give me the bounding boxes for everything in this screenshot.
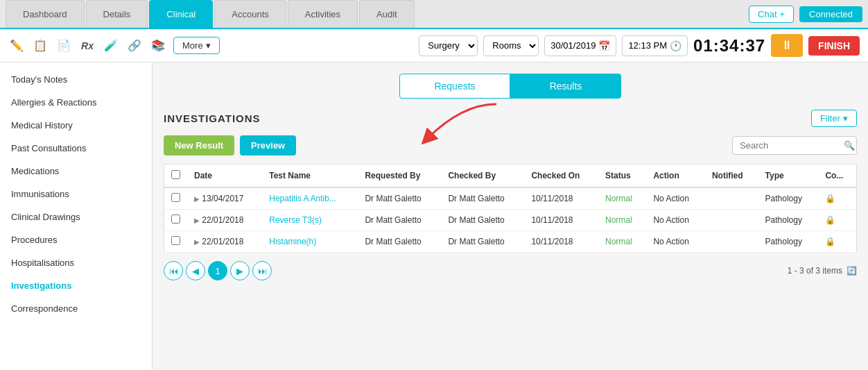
- connected-button[interactable]: Connected: [799, 6, 862, 22]
- col-co: Co...: [818, 165, 856, 188]
- tab-activities[interactable]: Activities: [288, 0, 358, 28]
- sidebar-item-hospitalisations[interactable]: Hospitalisations: [0, 251, 152, 274]
- sidebar-item-allergies[interactable]: Allergies & Reactions: [0, 91, 152, 114]
- sidebar-item-procedures[interactable]: Procedures: [0, 228, 152, 251]
- notes-icon[interactable]: ✏️: [8, 37, 25, 54]
- tab-details[interactable]: Details: [86, 0, 148, 28]
- row-date-0: 13/04/2017: [202, 194, 243, 203]
- row-checkbox-2[interactable]: [164, 231, 188, 253]
- status-normal-0: Normal: [605, 194, 632, 203]
- row-expand-2[interactable]: ▶ 22/01/2018: [187, 231, 262, 253]
- search-input[interactable]: [740, 140, 844, 151]
- items-info: 1 - 3 of 3 items: [788, 266, 842, 276]
- tab-dashboard[interactable]: Dashboard: [6, 0, 85, 28]
- preview-button[interactable]: Preview: [240, 135, 296, 155]
- chat-plus-icon: +: [780, 9, 785, 19]
- sidebar-item-correspondence[interactable]: Correspondence: [0, 297, 152, 320]
- col-action: Action: [646, 165, 705, 188]
- document-icon[interactable]: 📄: [55, 37, 72, 54]
- page-next-button[interactable]: ▶: [230, 261, 250, 280]
- action-bar: New Result Preview 🔍: [164, 135, 857, 155]
- rooms-select[interactable]: Rooms: [483, 35, 539, 56]
- test-name-link-2[interactable]: Histamine(h): [269, 237, 316, 246]
- expand-arrow-1[interactable]: ▶: [194, 217, 200, 224]
- search-icon: 🔍: [844, 140, 855, 151]
- flask-icon[interactable]: 🧪: [103, 37, 119, 54]
- sidebar-item-medications[interactable]: Medications: [0, 160, 152, 183]
- row-checked-by-0: Dr Matt Galetto: [441, 187, 524, 210]
- row-notified-0: [705, 187, 758, 210]
- test-name-link-1[interactable]: Reverse T3(s): [269, 215, 322, 225]
- top-tab-bar: Dashboard Details Clinical Accounts Acti…: [0, 0, 868, 29]
- page-1-button[interactable]: 1: [208, 261, 227, 280]
- main-layout: Today's Notes Allergies & Reactions Medi…: [0, 62, 868, 370]
- row-select-checkbox-0[interactable]: [171, 193, 180, 202]
- tab-accounts[interactable]: Accounts: [214, 0, 286, 28]
- test-name-link-0[interactable]: Hepatitis A Antib...: [269, 194, 336, 203]
- row-select-checkbox-2[interactable]: [171, 236, 180, 245]
- col-type: Type: [758, 165, 819, 188]
- lock-icon-2: 🔒: [825, 237, 835, 246]
- new-result-button[interactable]: New Result: [164, 135, 234, 155]
- col-test-name: Test Name: [262, 165, 358, 188]
- chat-button[interactable]: Chat +: [749, 6, 794, 23]
- sidebar-item-todays-notes[interactable]: Today's Notes: [0, 68, 152, 91]
- toolbar-right: Surgery General Rooms 30/01/2019 📅 12:13…: [419, 34, 860, 57]
- tab-requests[interactable]: Requests: [399, 74, 510, 99]
- page-prev-button[interactable]: ◀: [186, 261, 205, 280]
- tab-results[interactable]: Results: [510, 74, 621, 99]
- row-co-1: 🔒: [818, 210, 856, 231]
- table-row: ▶ 13/04/2017 Hepatitis A Antib... Dr Mat…: [164, 187, 857, 210]
- search-box[interactable]: 🔍: [732, 136, 857, 155]
- rx-icon[interactable]: Rx: [79, 37, 96, 54]
- sidebar-item-past-consultations[interactable]: Past Consultations: [0, 137, 152, 160]
- sidebar-item-investigations[interactable]: Investigations: [0, 274, 152, 297]
- row-test-name-1[interactable]: Reverse T3(s): [262, 210, 358, 231]
- surgery-select[interactable]: Surgery General: [419, 35, 478, 56]
- time-value: 12:13 PM: [628, 40, 667, 51]
- row-test-name-0[interactable]: Hepatitis A Antib...: [262, 187, 358, 210]
- chat-label: Chat: [758, 9, 776, 19]
- sidebar-item-clinical-drawings[interactable]: Clinical Drawings: [0, 205, 152, 228]
- col-checked-on: Checked On: [524, 165, 598, 188]
- row-checkbox-0[interactable]: [164, 187, 188, 210]
- layers-icon[interactable]: 📚: [150, 37, 166, 54]
- filter-chevron-icon: ▾: [843, 113, 848, 124]
- page-last-button[interactable]: ⏭: [252, 261, 272, 280]
- more-chevron-icon: ▾: [206, 40, 211, 51]
- select-all-checkbox[interactable]: [171, 170, 180, 179]
- date-value: 30/01/2019: [550, 40, 596, 51]
- filter-button[interactable]: Filter ▾: [811, 110, 857, 127]
- row-select-checkbox-1[interactable]: [171, 215, 180, 224]
- sidebar: Today's Notes Allergies & Reactions Medi…: [0, 62, 153, 370]
- row-checkbox-1[interactable]: [164, 210, 188, 231]
- tab-clinical[interactable]: Clinical: [149, 0, 213, 28]
- date-field[interactable]: 30/01/2019 📅: [544, 35, 616, 56]
- lock-icon-0: 🔒: [825, 194, 835, 203]
- expand-arrow-0[interactable]: ▶: [194, 195, 200, 203]
- row-status-1: Normal: [598, 210, 646, 231]
- row-expand-1[interactable]: ▶ 22/01/2018: [187, 210, 262, 231]
- row-test-name-2[interactable]: Histamine(h): [262, 231, 358, 253]
- sidebar-item-immunisations[interactable]: Immunisations: [0, 183, 152, 205]
- row-expand-0[interactable]: ▶ 13/04/2017: [187, 187, 262, 210]
- pagination: ⏮ ◀ 1 ▶ ⏭ 1 - 3 of 3 items 🔄: [164, 261, 857, 280]
- finish-button[interactable]: FINISH: [808, 36, 860, 56]
- investigations-title: INVESTIGATIONS: [164, 112, 261, 124]
- tab-audit[interactable]: Audit: [359, 0, 415, 28]
- refresh-icon[interactable]: 🔄: [847, 266, 857, 276]
- time-field[interactable]: 12:13 PM 🕐: [622, 35, 688, 56]
- pause-button[interactable]: ⏸: [771, 34, 803, 57]
- clipboard-icon[interactable]: 📋: [32, 37, 49, 54]
- sidebar-item-medical-history[interactable]: Medical History: [0, 114, 152, 137]
- row-status-0: Normal: [598, 187, 646, 210]
- row-checked-by-1: Dr Matt Galetto: [441, 210, 524, 231]
- row-type-2: Pathology: [758, 231, 819, 253]
- row-action-2: No Action: [646, 231, 705, 253]
- expand-arrow-2[interactable]: ▶: [194, 238, 200, 246]
- more-button[interactable]: More ▾: [173, 37, 220, 54]
- page-first-button[interactable]: ⏮: [164, 261, 183, 280]
- network-icon[interactable]: 🔗: [126, 37, 143, 54]
- top-tabs-right: Chat + Connected: [749, 0, 862, 28]
- content-area: Requests Results INVESTIGATIONS Filter ▾…: [153, 62, 868, 370]
